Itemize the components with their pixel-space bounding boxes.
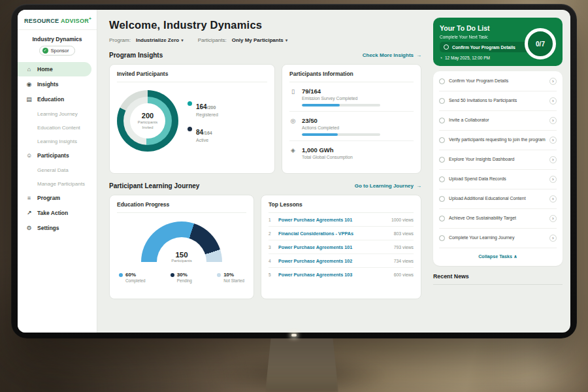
sidebar-item-label: Take Action [37,210,68,216]
task-checkbox[interactable] [439,78,445,84]
chevron-right-icon[interactable]: › [549,235,557,242]
go-to-learning-journey-link[interactable]: Go to Learning Journey → [355,183,421,189]
chevron-right-icon[interactable]: › [549,137,557,144]
task-row[interactable]: Confirm Your Program Details › [439,72,557,91]
emission-progress-bar [302,104,380,106]
gauge-center-value: 150 [141,251,222,259]
task-row[interactable]: Complete Your Learning Journey › [439,229,557,248]
info-value: 1,000 GWh [302,146,353,154]
settings-icon: ⚙ [25,225,33,231]
task-checkbox[interactable] [439,98,445,104]
task-checkbox[interactable] [439,216,445,221]
sidebar-item-education[interactable]: ▤ Education [18,92,91,106]
sidebar-item-manage-participants[interactable]: Manage Participants [18,177,91,190]
legend-label: Pending [177,278,192,283]
card-title: Invited Participants [117,71,267,82]
task-checkbox[interactable] [439,137,445,143]
task-row[interactable]: Upload Additional Educational Content › [439,189,557,209]
brand-plus: + [89,16,91,21]
progress-fill [302,133,338,136]
screen: RESOURCE ADVISOR+ Industry Dynamics ✓ Sp… [18,10,570,333]
task-row[interactable]: Verify participants requesting to join t… [439,131,557,150]
task-row[interactable]: Invite a Collaborator › [439,111,557,131]
sidebar-item-label: Insights [37,81,59,88]
lesson-rank: 1 [269,218,274,222]
sponsor-label: Sponsor [51,48,69,54]
chevron-right-icon[interactable]: › [549,215,557,222]
lesson-rank: 2 [269,231,274,236]
lesson-views: 600 views [394,272,414,277]
lesson-row: 5 Power Purchase Agreements 103 600 view… [269,268,414,281]
participants-select[interactable]: Only My Participants ▾ [232,37,288,43]
org-name: Industry Dynamics [18,36,97,42]
invited-participants-card: Invited Participants 200 Participants In… [109,64,275,174]
sponsor-badge[interactable]: ✓ Sponsor [39,46,76,56]
legend-item-pending: 30% Pending [171,272,192,283]
lesson-link[interactable]: Power Purchase Agreements 101 [278,217,387,223]
task-row[interactable]: Achieve One Sustainability Target › [439,209,557,229]
sidebar-item-participants[interactable]: ☺ Participants [18,148,91,163]
due-date: 12 May 2025, 12:00 PM [445,56,490,60]
task-row[interactable]: Send 50 Invitations to Participants › [439,91,557,111]
legend-value: 84 [196,129,203,136]
legend-item-not-started: 10% Not Started [217,272,244,283]
legend-pct: 30% [177,272,192,278]
sidebar-item-general-data[interactable]: General Data [18,163,91,176]
task-checkbox[interactable] [439,118,445,123]
task-checkbox[interactable] [439,196,445,202]
lesson-link[interactable]: Power Purchase Agreements 101 [278,244,389,250]
info-row-actions: ◎ 23/50 Actions Completed [289,112,414,141]
next-task-strip[interactable]: Confirm Your Program Details [440,42,531,52]
legend-value: 164 [196,103,207,110]
chevron-right-icon[interactable]: › [549,78,557,85]
sidebar-item-home[interactable]: ⌂ Home [18,62,91,76]
check-more-insights-link[interactable]: Check More Insights → [363,52,421,58]
legend-label: Not Started [223,278,244,283]
clock-icon: ◔ [440,56,442,60]
participants-information-card: Participants Information ▯ 79/164 Emissi… [282,64,421,174]
collapse-label: Collapse Tasks [478,253,512,259]
sidebar-item-settings[interactable]: ⚙ Settings [18,221,91,235]
task-label: Upload Additional Educational Content [449,196,546,202]
task-label: Complete Your Learning Journey [449,235,546,241]
todo-progress-value: 0/7 [536,41,545,48]
target-icon: ◎ [289,118,297,124]
chevron-right-icon[interactable]: › [549,156,557,163]
sponsor-icon: ✓ [42,48,48,54]
program-select[interactable]: Industrialize Zero ▾ [136,37,184,43]
sidebar-item-program[interactable]: ≡ Program [18,191,91,205]
task-checkbox[interactable] [439,176,445,182]
sidebar-item-education-content[interactable]: Education Content [18,121,91,134]
task-row[interactable]: Explore Your Insights Dashboard › [439,150,557,170]
chevron-right-icon[interactable]: › [549,195,557,203]
task-row[interactable]: Upload Spend Data Records › [439,170,557,189]
card-title: Participants Information [289,71,414,82]
sidebar-item-take-action[interactable]: ↗ Take Action [18,206,91,220]
sidebar-item-insights[interactable]: ◉ Insights [18,77,91,91]
learning-cards-row: Education Progress 150 Participants [109,195,421,299]
lesson-views: 734 views [394,259,414,263]
power-led-icon [291,334,297,336]
caret-down-icon: ▾ [181,38,184,43]
chevron-right-icon[interactable]: › [549,97,557,105]
sidebar-item-label: Home [37,66,53,73]
info-row-consumption: ◈ 1,000 GWh Total Global Consumption [289,141,414,164]
lesson-link[interactable]: Financial Considerations - VPPAs [278,231,389,237]
task-checkbox[interactable] [439,235,445,241]
chevron-right-icon[interactable]: › [549,117,557,124]
collapse-tasks-link[interactable]: Collapse Tasks ∧ [439,248,557,265]
lesson-link[interactable]: Power Purchase Agreements 102 [278,258,389,264]
legend-item-completed: 60% Completed [119,272,145,283]
sidebar-item-label: General Data [37,167,69,173]
legend-pct: 10% [223,272,244,278]
next-task-checkbox[interactable] [444,44,449,50]
sidebar-item-learning-journey[interactable]: Learning Journey [18,107,91,120]
task-checkbox[interactable] [439,157,445,163]
chevron-right-icon[interactable]: › [549,176,557,183]
sidebar-item-learning-insights[interactable]: Learning Insights [18,135,91,148]
lesson-link[interactable]: Power Purchase Agreements 103 [278,272,389,278]
link-label: Check More Insights [363,52,414,58]
filters-bar: Program: Industrialize Zero ▾ Participan… [109,37,421,43]
sidebar-item-label: Settings [37,225,59,231]
task-label: Explore Your Insights Dashboard [449,157,546,163]
